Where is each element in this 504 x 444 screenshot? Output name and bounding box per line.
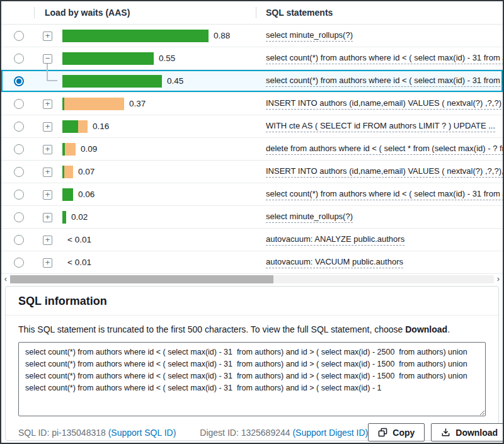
- sql-statement-link[interactable]: select count(*) from authors where id < …: [266, 189, 503, 200]
- table-row[interactable]: −0.55select count(*) from authors where …: [1, 47, 503, 70]
- expand-toggle-icon[interactable]: +: [43, 31, 52, 41]
- sql-text-area[interactable]: select count(*) from authors where id < …: [18, 342, 486, 416]
- load-value: 0.06: [78, 190, 94, 199]
- download-button[interactable]: Download: [431, 423, 504, 441]
- row-select-cell: [14, 122, 24, 132]
- load-bar-cell: < 0.01: [62, 229, 91, 251]
- truncation-note-period: .: [447, 324, 450, 334]
- sql-id-group: SQL ID: pi-135048318 (Support SQL ID): [18, 428, 176, 438]
- row-radio[interactable]: [14, 144, 24, 154]
- table-row[interactable]: +0.37INSERT INTO authors (id,name,email)…: [1, 93, 503, 115]
- table-row[interactable]: +0.09delete from authors where id < ( se…: [1, 138, 503, 161]
- load-value: 0.55: [159, 54, 175, 63]
- scroll-left-icon[interactable]: ‹: [1, 275, 10, 283]
- row-radio[interactable]: [14, 122, 24, 132]
- table-row[interactable]: +< 0.01autovacuum: ANALYZE public.author…: [1, 229, 503, 251]
- sql-statement-link[interactable]: INSERT INTO authors (id,name,email) VALU…: [266, 98, 501, 110]
- expand-toggle-icon[interactable]: +: [43, 145, 52, 154]
- sql-statement-cell: select count(*) from authors where id < …: [266, 70, 503, 92]
- expand-toggle-icon[interactable]: +: [43, 100, 52, 109]
- sql-statement-link[interactable]: INSERT INTO authors (id,name,email) VALU…: [266, 166, 503, 178]
- sql-statement-link[interactable]: select minute_rollups(?): [266, 30, 353, 42]
- row-select-cell: [14, 54, 24, 64]
- row-select-cell: [14, 76, 24, 86]
- horizontal-scrollbar[interactable]: ‹ ›: [1, 274, 503, 284]
- expand-toggle-icon[interactable]: +: [43, 168, 52, 177]
- load-value: 0.02: [71, 212, 88, 222]
- scroll-right-icon[interactable]: ›: [494, 275, 503, 283]
- table-row[interactable]: +0.16WITH cte AS ( SELECT id FROM author…: [1, 115, 503, 138]
- sql-statement-cell: select minute_rollups(?): [266, 25, 503, 47]
- row-radio[interactable]: [14, 54, 24, 64]
- expand-toggle-icon[interactable]: +: [43, 258, 52, 268]
- orange-bar-segment: [65, 143, 76, 156]
- sql-statement-link[interactable]: WITH cte AS ( SELECT id FROM authors LIM…: [266, 121, 495, 132]
- load-bar-cell: 0.02: [62, 206, 88, 228]
- support-digest-id-link[interactable]: (Support Digest ID): [292, 428, 368, 438]
- orange-bar-segment: [78, 120, 88, 133]
- table-row[interactable]: +0.88select minute_rollups(?): [1, 25, 503, 47]
- orange-bar-segment: [64, 166, 73, 178]
- expand-toggle-icon[interactable]: +: [43, 236, 52, 245]
- sql-statement-link[interactable]: select count(*) from authors where id < …: [266, 53, 503, 64]
- load-value: < 0.01: [67, 258, 91, 267]
- sql-statement-cell: select minute_rollups(?): [266, 206, 503, 228]
- row-radio[interactable]: [14, 190, 24, 200]
- expand-toggle-icon[interactable]: +: [43, 122, 52, 132]
- expand-toggle-icon[interactable]: +: [43, 190, 52, 200]
- sql-statement-link[interactable]: autovacuum: ANALYZE public.authors: [266, 234, 404, 246]
- green-bar-segment: [62, 75, 162, 88]
- sql-statement-link[interactable]: delete from authors where id < ( select …: [266, 144, 503, 155]
- digest-id-value: Digest ID: 1325689244: [200, 428, 290, 438]
- sql-statement-link[interactable]: select minute_rollups(?): [266, 212, 353, 223]
- load-value: 0.37: [129, 99, 146, 108]
- load-value: 0.09: [81, 144, 97, 154]
- table-header: Load by waits (AAS) SQL statements: [1, 1, 503, 25]
- load-bar-cell: < 0.01: [62, 251, 91, 273]
- truncation-note-download: Download: [405, 324, 447, 334]
- table-row[interactable]: +0.07INSERT INTO authors (id,name,email)…: [1, 161, 503, 183]
- sql-id-value: SQL ID: pi-135048318: [18, 428, 106, 438]
- download-button-label: Download: [455, 428, 498, 438]
- sql-statement-link[interactable]: select count(*) from authors where id < …: [266, 76, 503, 87]
- row-radio[interactable]: [14, 235, 24, 245]
- collapse-toggle-icon[interactable]: −: [43, 54, 52, 64]
- expand-toggle-icon[interactable]: +: [43, 213, 52, 222]
- sql-statement-link[interactable]: autovacuum: VACUUM public.authors: [266, 257, 403, 268]
- copy-button[interactable]: Copy: [368, 423, 425, 441]
- table-row[interactable]: +0.02select minute_rollups(?): [1, 206, 503, 229]
- green-bar-segment: [62, 30, 209, 42]
- scrollbar-thumb[interactable]: [10, 275, 273, 283]
- row-radio[interactable]: [14, 76, 24, 86]
- row-select-cell: [14, 235, 24, 245]
- sql-statement-cell: INSERT INTO authors (id,name,email) VALU…: [266, 161, 503, 183]
- sql-statement-cell: select count(*) from authors where id < …: [266, 47, 503, 69]
- table-row[interactable]: 0.45select count(*) from authors where i…: [1, 70, 503, 93]
- sql-statement-cell: select count(*) from authors where id < …: [266, 183, 503, 205]
- load-value: 0.07: [78, 167, 94, 176]
- table-row[interactable]: +0.06select count(*) from authors where …: [1, 183, 503, 206]
- app-frame: Load by waits (AAS) SQL statements +0.88…: [0, 0, 504, 444]
- load-value: 0.88: [214, 31, 230, 40]
- table-row[interactable]: +< 0.01autovacuum: VACUUM public.authors: [1, 251, 503, 274]
- column-header-sql-statements: SQL statements: [266, 8, 333, 18]
- copy-button-label: Copy: [392, 428, 415, 438]
- load-value: < 0.01: [67, 235, 91, 244]
- row-radio[interactable]: [14, 167, 24, 177]
- row-radio[interactable]: [14, 31, 24, 41]
- column-header-load-by-waits: Load by waits (AAS): [45, 8, 130, 18]
- load-bar-cell: 0.09: [62, 138, 97, 160]
- load-bar-cell: 0.37: [62, 93, 146, 115]
- tree-connector: [47, 64, 57, 81]
- orange-bar-segment: [64, 98, 124, 110]
- download-icon: [441, 428, 450, 437]
- sql-statement-cell: WITH cte AS ( SELECT id FROM authors LIM…: [266, 115, 503, 137]
- scrollbar-track[interactable]: [10, 275, 494, 283]
- row-radio[interactable]: [14, 212, 24, 222]
- row-radio[interactable]: [14, 99, 24, 109]
- row-radio[interactable]: [14, 258, 24, 268]
- column-divider: [34, 7, 35, 18]
- load-value: 0.16: [93, 122, 109, 131]
- support-sql-id-link[interactable]: (Support SQL ID): [108, 428, 176, 438]
- truncation-note: This SQL statement is truncated to the f…: [18, 324, 486, 334]
